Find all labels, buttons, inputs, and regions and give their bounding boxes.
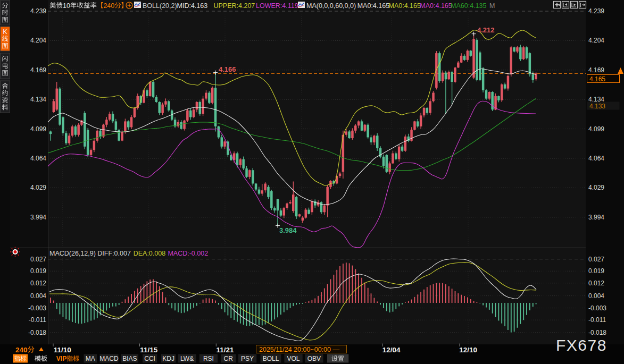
svg-text:4.166: 4.166 [219, 65, 236, 73]
svg-text:MID:4.163: MID:4.163 [177, 2, 208, 10]
svg-text:VIP: VIP [56, 355, 66, 362]
svg-text:MA: MA [86, 355, 95, 362]
svg-text:-0.011: -0.011 [29, 316, 46, 324]
svg-text:BIAS: BIAS [122, 355, 137, 362]
svg-text:MA0:4.165: MA0:4.165 [389, 2, 421, 10]
svg-text:4.099: 4.099 [588, 125, 604, 133]
svg-text:M: M [489, 2, 495, 10]
svg-text:4.029: 4.029 [588, 184, 604, 191]
svg-text:4.239: 4.239 [30, 7, 46, 15]
svg-text:11/21: 11/21 [216, 346, 234, 354]
svg-text:4.133: 4.133 [589, 103, 605, 110]
svg-text:LOWER:4.119: LOWER:4.119 [256, 2, 298, 10]
svg-text:3.994: 3.994 [30, 214, 46, 221]
svg-text:0.027: 0.027 [588, 256, 604, 263]
svg-text:DEA:0.008: DEA:0.008 [134, 250, 166, 257]
svg-text:CR: CR [224, 355, 234, 362]
svg-text:11/15: 11/15 [140, 346, 158, 354]
svg-text:4.204: 4.204 [588, 37, 604, 44]
svg-text:0.019: 0.019 [588, 267, 604, 275]
svg-text:RSI: RSI [203, 355, 214, 362]
svg-text:4.165: 4.165 [589, 75, 605, 83]
svg-text:3.984: 3.984 [279, 226, 297, 234]
svg-text:3.994: 3.994 [588, 214, 604, 221]
svg-text:MA(0,0,0,60,0,0): MA(0,0,0,60,0,0) [306, 2, 356, 10]
svg-text:-0.003: -0.003 [588, 304, 606, 312]
svg-text:240: 240 [15, 346, 28, 354]
svg-text:MACD:-0.002: MACD:-0.002 [168, 250, 208, 257]
svg-text:BOLL(20,2): BOLL(20,2) [143, 2, 177, 10]
svg-text:-0.003: -0.003 [28, 304, 46, 312]
svg-text:4.212: 4.212 [477, 26, 495, 34]
svg-text:4.134: 4.134 [30, 96, 46, 103]
svg-text:KDJ: KDJ [162, 355, 174, 362]
svg-text:10: 10 [63, 2, 70, 10]
svg-text:MA0:4.165: MA0:4.165 [420, 2, 452, 10]
svg-text:MA60:4.135: MA60:4.135 [451, 2, 486, 10]
svg-text:0.027: 0.027 [30, 256, 46, 263]
svg-text:LW&: LW& [180, 355, 194, 362]
svg-text:12/10: 12/10 [459, 346, 477, 354]
svg-text:12/04: 12/04 [382, 346, 401, 354]
svg-text:4.064: 4.064 [30, 155, 46, 162]
svg-text:MACD(26,12,9) DIFF:0.007: MACD(26,12,9) DIFF:0.007 [49, 250, 131, 257]
svg-text:0.004: 0.004 [30, 292, 46, 300]
svg-text:4.239: 4.239 [588, 7, 604, 15]
svg-text:11/10: 11/10 [54, 346, 71, 354]
svg-text:-0.018: -0.018 [588, 329, 606, 336]
svg-text:MA0:4.165: MA0:4.165 [357, 2, 390, 10]
svg-text:0.012: 0.012 [588, 280, 604, 287]
svg-text:BOLL: BOLL [263, 355, 279, 362]
svg-text:0.012: 0.012 [30, 280, 46, 287]
svg-text:PSY: PSY [241, 355, 254, 362]
svg-text:4.029: 4.029 [30, 184, 46, 191]
svg-text:-0.018: -0.018 [28, 329, 46, 336]
svg-text:0.019: 0.019 [30, 267, 46, 275]
svg-text:-0.011: -0.011 [588, 316, 606, 324]
svg-text:MACD: MACD [99, 355, 119, 362]
svg-text:4.204: 4.204 [30, 37, 46, 44]
svg-text:240: 240 [103, 2, 114, 10]
svg-text:4.169: 4.169 [588, 66, 604, 74]
svg-text:OBV: OBV [307, 355, 321, 362]
svg-text:VOL: VOL [287, 355, 299, 362]
svg-text:FX678: FX678 [556, 336, 607, 354]
svg-text:2025/11/24 20:00~00:00 —: 2025/11/24 20:00~00:00 — [259, 346, 339, 353]
svg-text:CCI: CCI [144, 355, 155, 362]
svg-text:4.064: 4.064 [588, 155, 604, 162]
svg-text:K: K [3, 28, 7, 36]
svg-text:4.099: 4.099 [30, 125, 46, 133]
svg-text:UPPER:4.207: UPPER:4.207 [214, 2, 255, 10]
svg-text:4.169: 4.169 [30, 66, 46, 74]
svg-text:0.004: 0.004 [588, 292, 604, 300]
